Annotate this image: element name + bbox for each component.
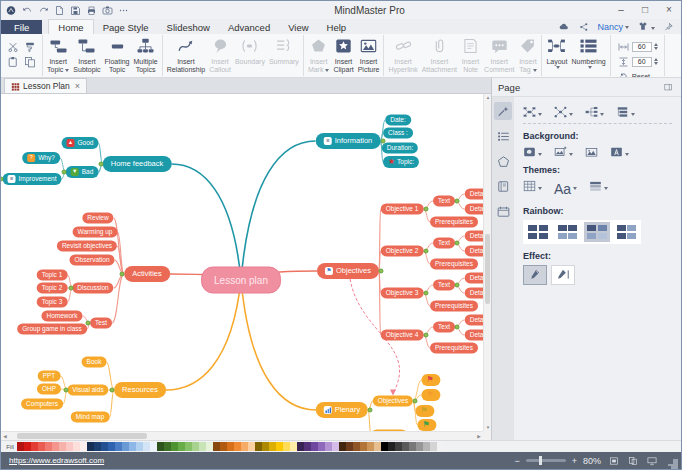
palette-swatch[interactable] — [388, 442, 395, 451]
menu-tab-view[interactable]: View — [279, 20, 317, 34]
layout-option-lay3[interactable] — [585, 105, 604, 118]
mindmap-node-text-2[interactable]: Text — [433, 237, 455, 248]
palette-swatch[interactable] — [157, 442, 164, 451]
fit-page-icon[interactable] — [626, 454, 639, 467]
palette-swatch[interactable] — [234, 442, 241, 451]
collapse-dot[interactable] — [455, 241, 460, 246]
mindmap-node-text-1[interactable]: Text — [433, 195, 455, 206]
mindmap-node-objective-3[interactable]: Objective 3 — [381, 287, 424, 298]
copy-button[interactable] — [23, 55, 36, 68]
mindmap-node-flag-4[interactable]: ⚑ — [417, 419, 436, 431]
mindmap-node-ppt[interactable]: PPT — [38, 370, 61, 381]
stepper-down-icon[interactable] — [654, 62, 658, 65]
reset-button[interactable]: Reset — [617, 70, 658, 78]
collapse-dot[interactable] — [455, 283, 460, 288]
palette-swatch[interactable] — [171, 442, 178, 451]
ribbon-floating-topic-button[interactable]: Floating Topic — [103, 37, 132, 76]
palette-swatch[interactable] — [115, 442, 122, 451]
scroll-down-icon[interactable]: ▼ — [484, 425, 491, 430]
ribbon-layout-button[interactable]: Layout — [544, 37, 569, 70]
ribbon-insert-picture-button[interactable]: Insert Picture — [356, 37, 382, 76]
palette-swatch[interactable] — [199, 442, 206, 451]
mindmap-node-book[interactable]: Book — [82, 356, 107, 367]
mindmap-node-plenary[interactable]: Plenary — [316, 402, 368, 418]
mindmap-node-improvement[interactable]: ≡Improvement — [3, 173, 62, 185]
v-spacing-stepper[interactable] — [654, 58, 658, 65]
palette-swatch[interactable] — [325, 442, 332, 451]
layout-option-lay1[interactable] — [523, 105, 542, 118]
palette-swatch[interactable] — [409, 442, 416, 451]
palette-swatch[interactable] — [178, 442, 185, 451]
palette-swatch[interactable] — [52, 442, 59, 451]
mindmap-node-revisit[interactable]: Revisit objectives — [57, 240, 117, 251]
panel-tab-pcal[interactable] — [494, 202, 512, 220]
palette-swatch[interactable] — [374, 442, 381, 451]
zoom-out-button[interactable]: − — [514, 456, 519, 466]
mindmap-node-topic-2[interactable]: Topic 2 — [37, 282, 68, 293]
palette-swatch[interactable] — [80, 442, 87, 451]
mindmap-node-prereq-2[interactable]: Prerequisites — [430, 258, 478, 269]
share-icon[interactable] — [577, 20, 590, 33]
palette-swatch[interactable] — [38, 442, 45, 451]
collapse-dot[interactable] — [413, 399, 418, 404]
palette-swatch[interactable] — [227, 442, 234, 451]
panel-tab-pbook[interactable] — [494, 177, 512, 195]
mindmap-node-good[interactable]: ▲Good — [62, 137, 99, 149]
palette-swatch[interactable] — [248, 442, 255, 451]
collapse-dot[interactable] — [63, 388, 68, 393]
tab-close-icon[interactable]: × — [75, 81, 80, 91]
mindmap-node-test[interactable]: Test — [90, 317, 112, 328]
h-spacing-input[interactable]: 60 — [632, 42, 652, 52]
palette-swatch[interactable] — [136, 442, 143, 451]
rainbow-option-2[interactable] — [555, 222, 581, 242]
menu-tab-help[interactable]: Help — [318, 20, 356, 34]
collapse-dot[interactable] — [86, 321, 91, 326]
maximize-button[interactable]: □ — [633, 2, 657, 19]
collapse-dot[interactable] — [368, 408, 373, 413]
mindmap-node-prereq-1[interactable]: Prerequisites — [430, 216, 478, 227]
palette-swatch[interactable] — [283, 442, 290, 451]
palette-swatch[interactable] — [367, 442, 374, 451]
undo-icon[interactable] — [21, 4, 34, 17]
palette-swatch[interactable] — [73, 442, 80, 451]
ribbon-insert-clipart-button[interactable]: Insert Clipart — [331, 37, 355, 76]
snapshot-icon[interactable] — [101, 4, 114, 17]
fit-window-icon[interactable] — [607, 454, 620, 467]
mindmap-node-review[interactable]: Review — [82, 212, 113, 223]
palette-swatch[interactable] — [24, 442, 31, 451]
horizontal-scroll-thumb[interactable] — [17, 433, 147, 439]
collapse-dot[interactable] — [423, 291, 428, 296]
presentation-icon[interactable] — [645, 454, 658, 467]
mindmap-node-home-feedback[interactable]: Home feedback — [103, 156, 172, 172]
stepper-down-icon[interactable] — [654, 47, 658, 50]
scroll-right-icon[interactable]: ▶ — [475, 432, 483, 440]
mindmap-node-prereq-4[interactable]: Prerequisites — [430, 342, 478, 353]
ribbon-numbering-button[interactable]: Numbering — [569, 37, 607, 70]
stepper-up-icon[interactable] — [654, 43, 658, 46]
palette-swatch[interactable] — [17, 442, 24, 451]
palette-swatch[interactable] — [31, 442, 38, 451]
palette-swatch[interactable] — [192, 442, 199, 451]
palette-swatch[interactable] — [213, 442, 220, 451]
mindmap-node-visual-aids[interactable]: Visual aids — [67, 384, 108, 395]
panel-tab-pentagon[interactable] — [494, 152, 512, 170]
menu-tab-advanced[interactable]: Advanced — [219, 20, 279, 34]
zoom-slider-handle[interactable] — [539, 456, 542, 465]
logo-icon[interactable] — [5, 4, 18, 17]
zoom-in-button[interactable]: + — [572, 456, 577, 466]
palette-swatch[interactable] — [381, 442, 388, 451]
collapse-dot[interactable] — [68, 286, 73, 291]
palette-swatch[interactable] — [402, 442, 409, 451]
palette-swatch[interactable] — [220, 442, 227, 451]
cloud-icon[interactable] — [557, 20, 570, 33]
palette-swatch[interactable] — [416, 442, 423, 451]
palette-swatch[interactable] — [150, 442, 157, 451]
v-spacing-input[interactable]: 60 — [632, 57, 652, 67]
cut-button[interactable] — [6, 40, 19, 53]
mindmap-node-flag-1[interactable]: ⚑ — [421, 374, 440, 386]
h-spacing-stepper[interactable] — [654, 43, 658, 50]
mindmap-node-observation[interactable]: Observation — [69, 254, 114, 265]
ribbon-insert-subtopic-button[interactable]: Insert Subtopic — [71, 37, 102, 76]
redo-icon[interactable] — [37, 4, 50, 17]
mindmap-node-discussion[interactable]: Discussion — [72, 282, 113, 293]
